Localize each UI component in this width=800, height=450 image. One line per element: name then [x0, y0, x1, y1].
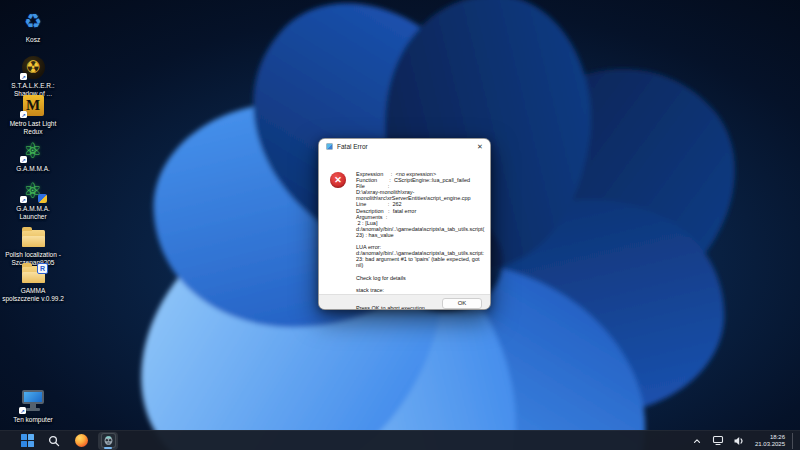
desktop-icon-gamma-launcher[interactable]: ⚛ ↗ G.A.M.M.A. Launcher — [1, 177, 65, 220]
taskbar-clock[interactable]: 18:26 21.03.2025 — [753, 434, 785, 448]
shortcut-arrow-icon: ↗ — [19, 407, 26, 414]
desktop-icon-recycle-bin[interactable]: ♻ Kosz — [1, 8, 65, 44]
dialog-title: Fatal Error — [337, 143, 470, 150]
shortcut-arrow-icon: ↗ — [20, 73, 27, 80]
taskbar-anomaly-running[interactable] — [98, 432, 118, 450]
desktop-icon-this-pc[interactable]: ↗ Ten komputer — [1, 388, 65, 424]
dialog-app-icon — [326, 143, 333, 150]
desktop-icon-label: G.A.M.M.A. Launcher — [16, 205, 50, 220]
clock-date: 21.03.2025 — [755, 441, 785, 448]
tray-chevron-up-icon[interactable] — [690, 433, 704, 449]
anomaly-game-icon — [101, 433, 116, 448]
dialog-titlebar[interactable]: Fatal Error ✕ — [319, 139, 490, 154]
desktop-icon-metro[interactable]: M ↗ Metro Last Light Redux — [1, 92, 65, 135]
fatal-error-dialog: Fatal Error ✕ ✕ Expression : <no express… — [318, 138, 491, 310]
error-icon: ✕ — [330, 172, 346, 188]
taskbar: 18:26 21.03.2025 — [0, 430, 800, 450]
tray-volume-icon[interactable] — [732, 433, 746, 449]
rar-archive-icon: R — [37, 263, 48, 274]
start-button[interactable] — [17, 432, 37, 450]
folder-icon — [22, 230, 45, 247]
shortcut-arrow-icon: ↗ — [20, 156, 27, 163]
desktop-icon-label: Kosz — [26, 36, 40, 44]
shortcut-arrow-icon: ↗ — [20, 196, 27, 203]
desktop-icon-gamma-spolszczenie[interactable]: R GAMMA spolszczenie v.0.99.2 — [1, 259, 65, 302]
shortcut-arrow-icon: ↗ — [20, 111, 27, 118]
recycle-bin-icon: ♻ — [24, 9, 42, 33]
close-icon[interactable]: ✕ — [470, 139, 490, 154]
desktop-icon-stalker[interactable]: ☢ ↗ S.T.A.L.K.E.R.: Shadow of ... — [1, 54, 65, 97]
desktop-icon-label: Metro Last Light Redux — [10, 120, 57, 135]
taskbar-firefox[interactable] — [71, 432, 91, 450]
desktop: ♻ Kosz ☢ ↗ S.T.A.L.K.E.R.: Shadow of ...… — [0, 0, 800, 450]
search-button[interactable] — [44, 432, 64, 450]
show-desktop-button[interactable] — [792, 433, 795, 449]
desktop-icon-label: Ten komputer — [13, 416, 52, 424]
desktop-icon-label: G.A.M.M.A. — [16, 165, 50, 173]
clock-time: 18:26 — [755, 434, 785, 441]
search-icon — [48, 435, 60, 447]
desktop-icon-label: GAMMA spolszczenie v.0.99.2 — [2, 287, 64, 302]
firefox-icon — [75, 434, 88, 447]
error-message: Expression : <no expression> Function : … — [356, 171, 486, 310]
windows-logo-icon — [21, 434, 34, 447]
desktop-icon-gamma[interactable]: ⚛ ↗ G.A.M.M.A. — [1, 137, 65, 173]
shield-icon — [38, 194, 47, 203]
tray-network-icon[interactable] — [711, 433, 725, 449]
dialog-body: ✕ Expression : <no expression> Function … — [319, 154, 490, 294]
